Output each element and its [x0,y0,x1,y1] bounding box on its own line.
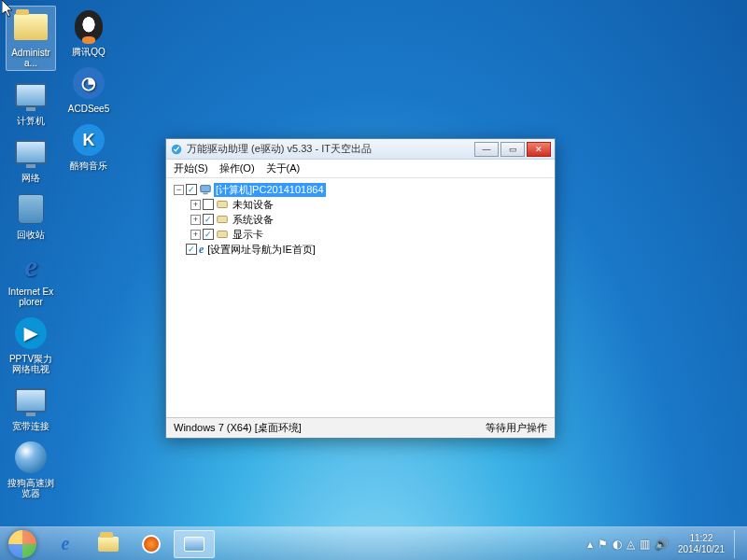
device-icon [216,198,229,211]
app-icon [170,143,183,156]
menu-action[interactable]: 操作(O) [219,161,255,175]
computer-icon [199,183,212,196]
desktop-icon-acdsee5[interactable]: ◔ACDSee5 [63,63,114,116]
statusbar: Windows 7 (X64) [桌面环境] 等待用户操作 [166,417,555,438]
driver-assistant-window: 万能驱动助理 (e驱动) v5.33 - IT天空出品 — ▭ ✕ 开始(S) … [165,138,556,439]
tree-node[interactable]: ✓e[设置网址导航为IE首页] [170,242,551,257]
ie-icon: e [199,243,204,257]
tree-node[interactable]: +✓系统设备 [170,212,551,227]
svg-rect-1 [201,186,211,192]
close-button[interactable]: ✕ [527,142,551,157]
folder-icon [98,537,119,552]
node-label: [设置网址导航为IE首页] [205,243,317,257]
status-left: Windows 7 (X64) [桌面环境] [174,421,302,435]
desktop[interactable]: Administra...计算机网络回收站eInternet Explorer▶… [0,0,747,560]
taskbar-ie[interactable]: e [45,530,86,558]
icon-label: PPTV聚力 网络电视 [7,354,54,374]
tree-node[interactable]: +✓显示卡 [170,227,551,242]
expand-toggle[interactable]: + [190,200,201,210]
app-circle-icon: ▶ [15,317,47,349]
window-title: 万能驱动助理 (e驱动) v5.33 - IT天空出品 [187,142,474,156]
bin-icon [18,194,44,224]
device-icon [216,213,229,226]
device-icon [216,228,229,241]
node-label: 未知设备 [231,198,275,212]
titlebar[interactable]: 万能驱动助理 (e驱动) v5.33 - IT天空出品 — ▭ ✕ [166,139,555,160]
checkbox[interactable]: ✓ [203,214,214,225]
app-circle-icon: ◔ [73,67,105,99]
node-label: [计算机]PC2014101864 [214,183,326,197]
icon-label: 腾讯QQ [72,47,106,57]
icon-label: 宽带连接 [12,421,49,431]
tray-network-icon[interactable]: ▥ [640,538,650,551]
taskbar: e ▴ ⚑ ◐ ◬ ▥ 🔊 11:22 2014/10/21 [0,526,747,560]
folder-icon [14,14,48,40]
node-label: 显示卡 [231,228,265,242]
desktop-icon-sogou-browser[interactable]: 搜狗高速浏览器 [6,437,56,500]
checkbox[interactable] [203,199,214,210]
clock[interactable]: 11:22 2014/10/21 [674,533,728,555]
desktop-icon-internet-explorer[interactable]: eInternet Explorer [6,245,56,309]
taskbar-driver-assistant[interactable] [174,530,215,558]
svg-rect-3 [218,202,228,208]
tree-node[interactable]: −✓[计算机]PC2014101864 [170,182,551,197]
tree-node[interactable]: +未知设备 [170,197,551,212]
taskbar-media-player[interactable] [131,530,172,558]
desktop-icon-broadband-connection[interactable]: 宽带连接 [6,380,56,433]
menu-start[interactable]: 开始(S) [174,161,208,175]
checkbox[interactable]: ✓ [203,229,214,240]
monitor-icon [15,388,47,413]
show-desktop-button[interactable] [734,530,743,558]
icon-label: Administra... [8,48,53,68]
status-right: 等待用户操作 [486,421,547,435]
driver-app-icon [184,537,204,552]
svg-rect-5 [218,231,228,238]
expand-toggle[interactable]: + [190,230,201,240]
desktop-icon-computer[interactable]: 计算机 [6,75,56,128]
icon-label: 计算机 [17,116,45,126]
svg-rect-2 [203,193,207,195]
desktop-icon-network[interactable]: 网络 [6,132,56,185]
tray-shield-icon[interactable]: ◬ [627,538,635,551]
start-button[interactable] [4,529,41,559]
tray-qq-icon[interactable]: ◐ [613,538,622,551]
globe-icon [15,441,47,473]
desktop-icon-pptv[interactable]: ▶PPTV聚力 网络电视 [6,313,56,376]
menu-about[interactable]: 关于(A) [266,161,301,175]
monitor-icon [15,83,47,107]
ie-icon: e [24,249,37,284]
icon-label: 搜狗高速浏览器 [7,478,54,498]
desktop-icon-kugou-music[interactable]: K酷狗音乐 [63,119,114,173]
tray-flag-icon[interactable]: ⚑ [598,538,608,551]
ie-icon: e [62,533,70,554]
app-circle-icon: K [73,124,105,156]
icon-label: ACDSee5 [68,104,109,114]
monitor-icon [15,140,47,164]
svg-rect-4 [218,217,228,223]
icon-label: 回收站 [17,230,45,240]
icon-label: Internet Explorer [7,287,54,307]
mouse-cursor [2,0,15,19]
minimize-button[interactable]: — [474,142,499,157]
media-player-icon [142,535,161,553]
tray-up-icon[interactable]: ▴ [587,538,593,551]
penguin-icon [75,10,103,42]
node-label: 系统设备 [231,213,275,227]
system-tray: ▴ ⚑ ◐ ◬ ▥ 🔊 11:22 2014/10/21 [587,530,743,558]
desktop-icon-recycle-bin[interactable]: 回收站 [6,189,56,242]
clock-date: 2014/10/21 [678,544,725,555]
taskbar-explorer[interactable] [88,530,129,558]
windows-orb-icon [8,530,36,558]
clock-time: 11:22 [678,533,725,544]
checkbox[interactable]: ✓ [186,184,197,195]
expand-toggle[interactable]: + [190,215,201,225]
checkbox[interactable]: ✓ [186,244,197,255]
device-tree[interactable]: −✓[计算机]PC2014101864+未知设备+✓系统设备+✓显示卡✓e[设置… [166,178,555,417]
tray-volume-icon[interactable]: 🔊 [655,538,669,551]
desktop-icon-tencent-qq[interactable]: 腾讯QQ [63,6,114,59]
expand-toggle[interactable]: − [174,185,184,195]
icon-label: 酷狗音乐 [70,161,107,171]
menubar: 开始(S) 操作(O) 关于(A) [166,160,555,178]
icon-label: 网络 [21,173,40,183]
maximize-button[interactable]: ▭ [500,142,525,157]
